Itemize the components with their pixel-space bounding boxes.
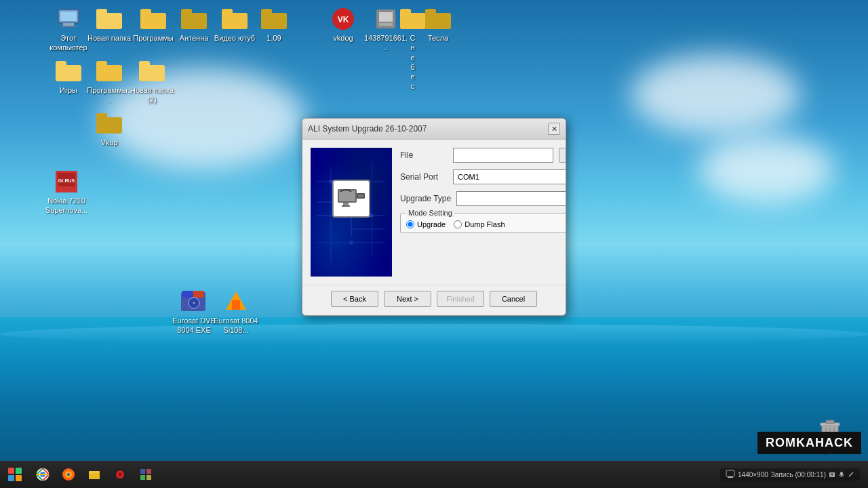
win-quad-blue — [8, 475, 14, 481]
serial-port-select[interactable]: COM1 COM2 COM3 COM4 — [453, 169, 566, 184]
desktop-icon-eurosat2[interactable]: Eurosat 8004 Si108... — [212, 288, 260, 336]
svg-rect-13 — [182, 291, 193, 298]
svg-rect-58 — [726, 470, 734, 476]
dialog-titlebar: ALI System Upgrade 26-10-2007 ✕ — [302, 119, 566, 140]
svg-rect-36 — [342, 205, 350, 207]
taskbar-record[interactable] — [108, 464, 132, 485]
upgrade-type-label: Upgrade Type — [400, 194, 451, 203]
svg-point-27 — [349, 241, 353, 245]
new-folder1-label: Новая папка — [85, 33, 133, 43]
file-label: File — [400, 150, 448, 160]
mode-upgrade-radio[interactable] — [406, 220, 414, 228]
finished-button[interactable]: Finished — [437, 291, 484, 307]
folder-games-icon — [55, 58, 82, 85]
file-input[interactable] — [453, 148, 553, 163]
dialog-body: File Browse Serial Port COM1 COM2 COM3 C… — [302, 140, 566, 285]
next-button[interactable]: Next > — [384, 291, 431, 307]
dialog-title: ALI System Upgrade 26-10-2007 — [308, 124, 427, 134]
eurosat-dvb-icon — [180, 288, 208, 315]
svg-point-47 — [67, 473, 70, 476]
svg-point-17 — [193, 302, 195, 304]
camera-icon — [829, 471, 835, 478]
taskbar-file-explorer[interactable] — [82, 464, 106, 485]
vkdog-icon: VK — [330, 5, 357, 33]
dialog-form: File Browse Serial Port COM1 COM2 COM3 C… — [400, 148, 566, 277]
v109-label: 1.09 — [264, 33, 283, 43]
upgrade-type-select[interactable]: Full Partial — [456, 191, 566, 206]
browse-button[interactable]: Browse — [559, 148, 566, 163]
back-button[interactable]: < Back — [331, 291, 378, 307]
svg-point-53 — [119, 473, 121, 476]
desktop-icon-snebec[interactable]: Снебес — [370, 5, 418, 92]
mode-setting-title: Mode Setting — [406, 209, 454, 217]
folder-109-icon — [260, 5, 288, 33]
svg-rect-35 — [343, 203, 349, 205]
desktop-icon-vkdog[interactable]: VK vkdog — [319, 5, 368, 43]
dialog-window: ALI System Upgrade 26-10-2007 ✕ — [302, 118, 566, 316]
win-quad-red — [8, 468, 14, 474]
taskbar-status: 1440×900 Запись (00:00:11) — [720, 468, 860, 481]
folder-programs2-icon — [96, 58, 123, 85]
mode-upgrade-label: Upgrade — [417, 220, 446, 228]
nokia-icon: Gr.RUS — [53, 168, 80, 195]
mode-dump-label: Dump Flash — [465, 220, 505, 228]
folder-icon — [96, 5, 123, 33]
svg-rect-2 — [63, 23, 74, 26]
win-quad-yellow — [16, 475, 22, 481]
mode-dump-radio[interactable] — [454, 220, 462, 228]
win-quad-green — [16, 468, 22, 474]
folder-new2-icon — [138, 58, 165, 85]
serial-port-row: Serial Port COM1 COM2 COM3 COM4 — [400, 169, 566, 184]
taskbar-firefox[interactable] — [56, 464, 81, 485]
svg-rect-19 — [232, 300, 240, 310]
desktop-icon-v109[interactable]: 1.09 — [250, 5, 298, 43]
svg-rect-49 — [89, 473, 100, 479]
taskbar-chrome[interactable] — [31, 464, 55, 485]
cancel-button[interactable]: Cancel — [490, 291, 537, 307]
start-button[interactable] — [3, 464, 27, 485]
nokia-label: Nokia 7210 Supernova... — [42, 195, 91, 216]
record-status: Запись (00:00:11) — [771, 471, 826, 479]
computer-label: Этоткомпьютер — [47, 33, 89, 54]
svg-line-64 — [849, 472, 853, 476]
mic-icon — [838, 471, 845, 478]
eurosat2-label: Eurosat 8004 Si108... — [212, 315, 260, 336]
eurosat2-icon — [222, 288, 250, 315]
windows-logo-icon — [8, 468, 22, 481]
dialog-close-button[interactable]: ✕ — [548, 123, 560, 135]
svg-rect-1 — [60, 12, 77, 21]
svg-rect-14 — [193, 291, 204, 298]
desktop-icon-new-folder1[interactable]: Новая папка — [85, 5, 134, 43]
dialog-image-panel — [311, 148, 392, 277]
svg-rect-54 — [140, 469, 145, 474]
sea — [0, 317, 868, 466]
taskbar-right: 1440×900 Запись (00:00:11) — [720, 468, 865, 481]
desktop-icon-new-folder2[interactable]: Новая папка (2) — [127, 58, 176, 106]
monitor-icon — [726, 470, 735, 479]
svg-rect-50 — [89, 471, 94, 474]
taskbar-app5[interactable] — [134, 464, 158, 485]
folder-tesla-icon — [425, 5, 452, 33]
svg-rect-63 — [840, 472, 843, 476]
svg-rect-59 — [728, 476, 732, 477]
svg-text:VK: VK — [338, 15, 349, 24]
desktop-icon-tesla[interactable]: Тесла — [414, 5, 462, 43]
mode-dump-option[interactable]: Dump Flash — [454, 220, 505, 228]
romkahack-watermark: ROMKAHACK — [757, 432, 861, 454]
desktop-icon-vkup[interactable]: Vkup — [85, 110, 134, 148]
desktop-icon-nokia[interactable]: Gr.RUS Nokia 7210 Supernova... — [42, 168, 91, 216]
svg-text:Gr.RUS: Gr.RUS — [58, 178, 75, 183]
folder-antenna-icon — [180, 5, 208, 33]
mode-setting-group: Mode Setting Upgrade Dump Flash — [400, 213, 566, 233]
svg-rect-3 — [61, 26, 76, 27]
pencil-icon — [848, 471, 854, 478]
folder-video-icon — [221, 5, 248, 33]
upgrade-type-row: Upgrade Type Full Partial — [400, 191, 566, 206]
mode-upgrade-option[interactable]: Upgrade — [406, 220, 446, 228]
antenna-label: Антенна — [178, 33, 211, 43]
file-row: File Browse — [400, 148, 566, 163]
cloud3 — [698, 136, 834, 203]
folder-programs-icon — [140, 5, 167, 33]
svg-rect-56 — [140, 475, 145, 480]
desktop-icon-programs2[interactable]: Программы... — [85, 58, 134, 106]
